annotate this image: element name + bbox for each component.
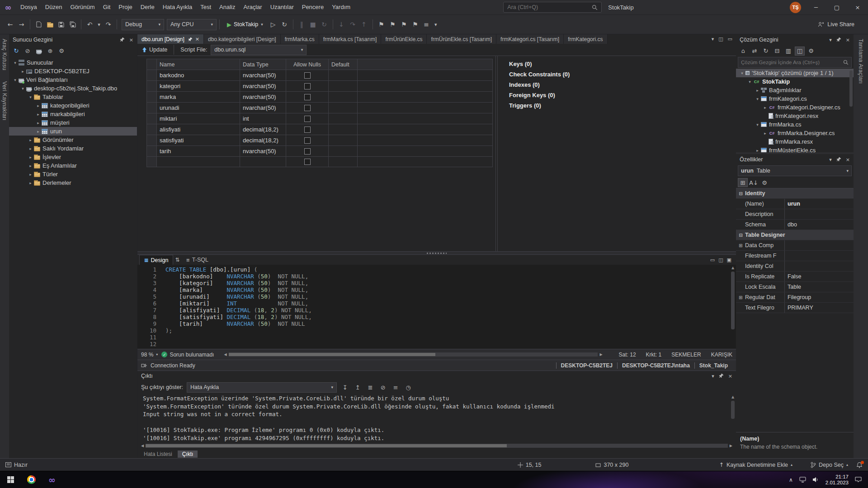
chevron-expanded-icon[interactable]: ▾ [27,95,34,99]
row-selector[interactable] [147,113,157,124]
refresh-icon[interactable]: ↻ [11,47,21,56]
property-value[interactable]: False [785,272,854,282]
table-row[interactable]: urunadinvarchar(50) [146,102,493,113]
data-type-cell[interactable] [240,157,286,167]
connection-server[interactable]: DESKTOP-C5B2TEJ [556,362,617,369]
property-row[interactable]: Description [736,209,854,220]
tree-item[interactable]: frmMarka.resx [736,137,854,146]
tab-tsql[interactable]: ≣ T-SQL [181,255,213,265]
expand-icon[interactable]: ⊞ [739,295,745,300]
messages-list-icon[interactable]: ≣ [366,384,375,391]
menu-item[interactable]: Düzen [41,0,66,14]
expand-icon[interactable]: ⊞ [739,243,745,248]
restart-icon[interactable]: ↻ [319,19,330,30]
add-to-source-control-button[interactable]: ↑ Kaynak Denetimine Ekle ▴ [719,461,793,468]
categorized-view-icon[interactable]: ⊞ [738,178,748,187]
tree-item[interactable]: ▸C#frmKategori.Designer.cs [736,103,854,112]
tree-item[interactable]: ▸DESKTOP-C5B2TEJ [9,67,137,75]
property-value[interactable] [785,251,854,261]
default-cell[interactable] [329,81,358,91]
scrollbar-thumb[interactable] [146,444,506,447]
toggle-bookmark-icon[interactable]: ⚑ [376,19,387,30]
tree-item[interactable]: ▾frmKategori.cs [736,94,854,103]
scrollbar-track[interactable] [146,444,728,448]
table-row[interactable]: satisfiyatidecimal(18,2) [146,135,493,145]
pane-layout-horizontal-icon[interactable]: ▭ [710,257,715,263]
row-selector[interactable] [147,135,157,145]
table-row[interactable]: alisfiyatidecimal(18,2) [146,124,493,135]
step-out-icon[interactable]: ↑ [359,19,369,30]
tree-item[interactable]: ▸Saklı Yordamlar [9,144,137,153]
allow-nulls-checkbox[interactable] [304,137,311,144]
context-panel-item[interactable]: Keys (0) [509,61,570,71]
column-name-cell[interactable]: kategori [157,81,240,91]
property-value[interactable]: Filegroup [785,292,854,302]
default-cell[interactable] [329,92,358,102]
chevron-collapsed-icon[interactable]: ▸ [35,129,42,134]
tree-item[interactable]: ▸C#frmMarka.Designer.cs [736,129,854,137]
allow-nulls-checkbox[interactable] [304,159,311,165]
doc-tab[interactable]: frmMarka.cs [281,34,319,44]
chevron-collapsed-icon[interactable]: ▸ [27,138,34,142]
navigate-forward-icon[interactable]: → [16,19,27,30]
find-in-files-icon[interactable]: ≡ [421,19,432,30]
connection-login[interactable]: DESKTOP-C5B2TEJ\ntaha [617,362,694,369]
data-type-cell[interactable]: decimal(18,2) [240,135,286,145]
property-row[interactable]: Identity Col [736,261,854,272]
save-all-icon[interactable] [67,19,78,30]
open-file-icon[interactable] [45,19,55,30]
row-selector[interactable] [147,92,157,102]
property-value[interactable]: PRIMARY [785,303,854,313]
hot-reload-icon[interactable]: ↻ [279,19,290,30]
hidden-icons-chevron-icon[interactable]: ∧ [789,477,793,483]
chevron-collapsed-icon[interactable]: ▸ [27,146,34,151]
scroll-right-icon[interactable]: ▶ [598,352,604,357]
data-type-cell[interactable]: nvarchar(50) [240,70,286,80]
tree-item[interactable]: ▾desktop-c5b2tej.Stok_Takip.dbo [9,84,137,93]
chevron-collapsed-icon[interactable]: ▸ [27,155,34,160]
script-file-select[interactable]: dbo.urun.sql ▾ [211,45,307,55]
scroll-up-icon[interactable]: ▲ [730,265,736,271]
menu-item[interactable]: Dosya [16,0,41,14]
data-type-cell[interactable]: decimal(18,2) [240,124,286,135]
chevron-collapsed-icon[interactable]: ▸ [35,103,42,108]
chevron-expanded-icon[interactable]: ▾ [12,78,19,82]
window-position-icon[interactable]: ▾ [712,373,714,379]
property-section[interactable]: ⊟Identity [736,188,854,199]
action-center-icon[interactable] [855,477,862,483]
scrollbar-track[interactable] [229,352,598,357]
refresh-icon[interactable]: ↻ [761,47,771,56]
property-value[interactable]: dbo [785,220,854,230]
data-type-cell[interactable]: nvarchar(50) [240,146,286,156]
context-panel-item[interactable]: Indexes (0) [509,81,570,92]
default-cell[interactable] [329,146,358,156]
line-ending-indicator[interactable]: KARIŞIK [711,352,732,358]
redo-icon[interactable]: ↷ [103,19,113,30]
default-cell[interactable] [329,124,358,135]
data-type-cell[interactable]: int [240,113,286,124]
table-row[interactable]: miktariint [146,113,493,124]
sql-code-editor[interactable]: 1CREATE TABLE [dbo].[urun] (2 [barkodno]… [137,265,736,349]
editor-vertical-scrollbar[interactable]: ▲ [730,265,736,349]
chevron-collapsed-icon[interactable]: ▸ [27,181,34,185]
tab-list-chevron-icon[interactable]: ▾ [712,36,714,42]
menu-item[interactable]: Test [196,0,215,14]
live-share-button[interactable]: Live Share [818,21,863,28]
row-selector[interactable] [147,81,157,91]
alphabetical-sort-icon[interactable]: A↓ [749,178,759,187]
doc-tab[interactable]: frmMarka.cs [Tasarım] [319,34,382,44]
scroll-right-icon[interactable]: ▶ [728,444,734,448]
tree-item[interactable]: ▸Görünümler [9,136,137,144]
allow-nulls-checkbox[interactable] [304,83,311,89]
property-row[interactable]: ⊞Regular DatFilegroup [736,292,854,303]
chevron-expanded-icon[interactable]: ▾ [739,71,745,75]
scroll-up-icon[interactable]: ▲ [730,394,736,400]
pane-layout-single-icon[interactable]: ▣ [727,257,731,263]
caret-line-indicator[interactable]: Sat: 12 [619,352,636,358]
timestamp-icon[interactable]: ◷ [404,384,413,391]
pin-icon[interactable] [120,37,125,43]
allow-nulls-checkbox[interactable] [304,94,311,100]
maximize-button[interactable]: ▢ [826,0,847,14]
menu-item[interactable]: Görünüm [66,0,99,14]
sync-with-active-document-icon[interactable]: ◫ [795,47,805,56]
